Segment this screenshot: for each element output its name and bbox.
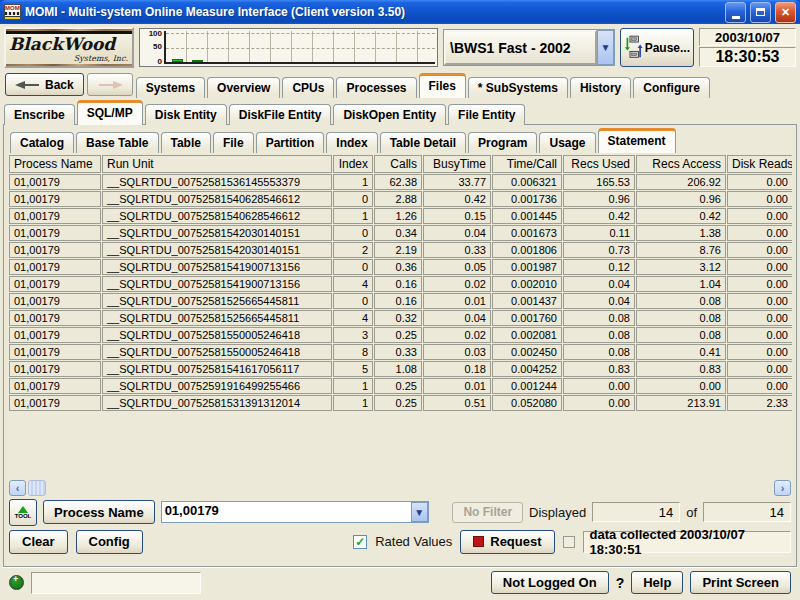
cell-time-call: 0.001244 (492, 378, 562, 394)
process-name-button[interactable]: Process Name (43, 500, 155, 524)
cell-index: 0 (333, 225, 373, 241)
cell-disk-reads: 0.00 (727, 378, 792, 394)
system-selector[interactable]: \BWS1 Fast - 2002 ▼ (443, 29, 615, 66)
back-button[interactable]: Back (5, 73, 84, 96)
cell-busytime: 0.02 (423, 327, 491, 343)
tab-files-enscribe[interactable]: Enscribe (4, 104, 75, 125)
tab-main-configure[interactable]: Configure (633, 77, 710, 98)
cell-disk-reads: 0.00 (727, 191, 792, 207)
tab-sql-file[interactable]: File (213, 132, 254, 153)
tool-button[interactable]: TOOL (9, 499, 37, 526)
scroll-left-button[interactable]: ‹ (9, 480, 26, 496)
cell-recs-access: 1.04 (636, 276, 726, 292)
status-message-field (31, 572, 201, 594)
statement-grid: Process NameRun UnitIndexCallsBusyTimeTi… (8, 154, 792, 476)
not-logged-on-button[interactable]: Not Logged On (491, 571, 609, 594)
request-button[interactable]: Request (460, 530, 554, 554)
statement-page: Process NameRun UnitIndexCallsBusyTimeTi… (3, 152, 797, 567)
forward-button[interactable] (87, 73, 133, 96)
column-header-recs-used[interactable]: Recs Used (563, 155, 635, 173)
tab-files-diskopen-entity[interactable]: DiskOpen Entity (333, 104, 446, 125)
column-header-disk-reads[interactable]: Disk Reads (727, 155, 792, 173)
tab-main-subsystems[interactable]: * SubSystems (468, 77, 568, 98)
help-button[interactable]: Help (631, 571, 683, 594)
cell-recs-access: 0.96 (636, 191, 726, 207)
table-row[interactable]: 01,00179__SQLRTDU_0075258155000524641830… (9, 327, 792, 343)
chevron-down-icon[interactable]: ▼ (411, 502, 428, 522)
tab-main-processes[interactable]: Processes (336, 77, 416, 98)
tab-main-cpus[interactable]: CPUs (282, 77, 334, 98)
sqlmp-tabstrip-row: CatalogBase TableTableFilePartitionIndex… (3, 125, 797, 152)
tab-sql-catalog[interactable]: Catalog (10, 132, 74, 153)
scrollbar-thumb[interactable] (28, 480, 46, 496)
action-bar: Clear Config ✓ Rated Values Request data… (8, 527, 792, 558)
tab-main-systems[interactable]: Systems (136, 77, 205, 98)
config-button[interactable]: Config (76, 530, 143, 554)
table-row[interactable]: 01,00179__SQLRTDU_0075258153139131201410… (9, 395, 792, 411)
cpu-mini-chart[interactable]: 100 50 0 (139, 28, 438, 67)
horizontal-scrollbar[interactable]: ‹ › (8, 478, 792, 497)
table-row[interactable]: 01,00179__SQLRTDU_0075258154190071315640… (9, 276, 792, 292)
tab-files-diskfile-entity[interactable]: DiskFile Entity (229, 104, 332, 125)
tab-sql-program[interactable]: Program (468, 132, 537, 153)
cell-run-unit: __SQLRTDU_00752581541900713156 (102, 276, 332, 292)
table-row[interactable]: 01,00179__SQLRTDU_0075258154203014015122… (9, 242, 792, 258)
table-row[interactable]: 01,00179__SQLRTDU_0075258154190071315600… (9, 259, 792, 275)
cell-time-call: 0.001736 (492, 191, 562, 207)
auto-checkbox[interactable] (563, 536, 575, 548)
tab-sql-base-table[interactable]: Base Table (76, 132, 158, 153)
column-header-calls[interactable]: Calls (374, 155, 422, 173)
tab-sql-partition[interactable]: Partition (256, 132, 325, 153)
scroll-right-button[interactable]: › (774, 480, 791, 496)
column-header-recs-access[interactable]: Recs Access (636, 155, 726, 173)
column-header-process-name[interactable]: Process Name (9, 155, 101, 173)
of-label: of (686, 505, 697, 520)
table-row[interactable]: 01,00179__SQLRTDU_0075258154203014015100… (9, 225, 792, 241)
current-time: 18:30:53 (699, 47, 796, 67)
print-screen-button[interactable]: Print Screen (690, 571, 791, 594)
tool-up-arrow-icon (18, 506, 28, 513)
cell-run-unit: __SQLRTDU_00752591916499255466 (102, 378, 332, 394)
clear-button[interactable]: Clear (9, 530, 68, 554)
table-row[interactable]: 01,00179__SQLRTDU_0075258155000524641880… (9, 344, 792, 360)
close-button[interactable]: ✕ (775, 2, 796, 23)
cell-calls: 2.88 (374, 191, 422, 207)
rated-values-checkbox[interactable]: ✓ (353, 535, 367, 549)
column-header-busytime[interactable]: BusyTime (423, 155, 491, 173)
table-row[interactable]: 01,00179__SQLRTDU_0075258152566544581140… (9, 310, 792, 326)
tab-files-file-entity[interactable]: File Entity (448, 104, 525, 125)
tab-sql-table[interactable]: Table (161, 132, 211, 153)
pause-button[interactable]: Pause... (620, 28, 694, 67)
table-row[interactable]: 01,00179__SQLRTDU_0075259191649925546610… (9, 378, 792, 394)
process-name-combobox[interactable]: 01,00179 ▼ (161, 501, 429, 523)
table-row[interactable]: 01,00179__SQLRTDU_0075258153614555337916… (9, 174, 792, 190)
column-header-index[interactable]: Index (333, 155, 373, 173)
tab-main-history[interactable]: History (570, 77, 631, 98)
column-header-run-unit[interactable]: Run Unit (102, 155, 332, 173)
tab-sql-statement[interactable]: Statement (598, 128, 676, 153)
tab-main-overview[interactable]: Overview (207, 77, 280, 98)
displayed-count: 14 (592, 502, 680, 522)
tab-sql-index[interactable]: Index (326, 132, 377, 153)
table-row[interactable]: 01,00179__SQLRTDU_0075258154161705611751… (9, 361, 792, 377)
cell-calls: 0.16 (374, 276, 422, 292)
no-filter-button[interactable]: No Filter (452, 502, 523, 523)
tab-sql-table-detail[interactable]: Table Detail (380, 132, 466, 153)
title-bar[interactable]: MOMI MOMI - Multi-system Online Measure … (0, 0, 800, 24)
tab-files-disk-entity[interactable]: Disk Entity (145, 104, 227, 125)
minimize-button[interactable] (725, 2, 746, 23)
table-row[interactable]: 01,00179__SQLRTDU_0075258154062854661211… (9, 208, 792, 224)
tab-files-sql-mp[interactable]: SQL/MP (77, 100, 143, 125)
column-header-time-call[interactable]: Time/Call (492, 155, 562, 173)
cell-recs-access: 0.00 (636, 378, 726, 394)
chevron-down-icon[interactable]: ▼ (597, 30, 614, 65)
cell-time-call: 0.002450 (492, 344, 562, 360)
sqlmp-tabstrip: CatalogBase TableTableFilePartitionIndex… (10, 127, 678, 152)
restore-button[interactable] (750, 2, 771, 23)
cell-recs-access: 213.91 (636, 395, 726, 411)
table-row[interactable]: 01,00179__SQLRTDU_0075258152566544581100… (9, 293, 792, 309)
tool-label: TOOL (15, 513, 32, 519)
tab-main-files[interactable]: Files (419, 73, 466, 98)
table-row[interactable]: 01,00179__SQLRTDU_0075258154062854661202… (9, 191, 792, 207)
tab-sql-usage[interactable]: Usage (539, 132, 595, 153)
